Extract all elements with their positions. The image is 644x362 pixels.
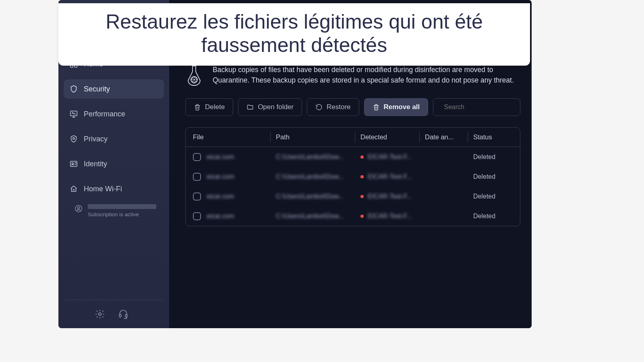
svg-rect-12 xyxy=(119,314,121,317)
quarantine-table: File Path Detected Date an... Status eic… xyxy=(185,127,520,226)
svg-rect-13 xyxy=(125,314,127,317)
toolbar: Delete Open folder Restore Remove all xyxy=(185,98,520,116)
remove-all-button[interactable]: Remove all xyxy=(364,98,429,116)
info-text: Backup copies of files that have been de… xyxy=(213,64,520,86)
settings-button[interactable] xyxy=(95,309,105,319)
svg-rect-6 xyxy=(70,161,77,167)
cell-detected: EICAR-Test-F... xyxy=(368,173,412,180)
shield-icon xyxy=(69,85,78,93)
quarantine-flask-icon xyxy=(185,64,203,86)
sidebar-item-label: Home Wi-Fi xyxy=(84,185,122,193)
row-checkbox[interactable] xyxy=(193,153,201,161)
overlay-banner: Restaurez les fichiers légitimes qui ont… xyxy=(58,3,530,66)
table-row[interactable]: eicar.com C:\Users\Lambot\Dow... EICAR-T… xyxy=(186,147,520,167)
cell-path: C:\Users\Lambot\Dow... xyxy=(276,153,344,160)
row-checkbox[interactable] xyxy=(193,212,201,220)
cell-path: C:\Users\Lambot\Dow... xyxy=(276,193,344,200)
headset-icon xyxy=(118,309,128,319)
col-path[interactable]: Path xyxy=(270,128,355,147)
user-icon xyxy=(74,204,83,213)
cell-detected: EICAR-Test-F... xyxy=(368,153,412,161)
open-folder-button[interactable]: Open folder xyxy=(238,98,302,116)
sidebar-item-identity[interactable]: Identity xyxy=(64,154,164,174)
support-button[interactable] xyxy=(118,309,128,319)
cell-status: Deleted xyxy=(468,148,516,166)
restore-icon xyxy=(315,103,323,111)
cell-status: Deleted xyxy=(468,187,516,206)
cell-status: Deleted xyxy=(468,207,516,225)
cell-path: C:\Users\Lambot\Dow... xyxy=(276,173,344,180)
cell-status: Deleted xyxy=(468,168,516,186)
svg-rect-4 xyxy=(70,111,77,116)
cell-date xyxy=(419,211,468,222)
svg-point-11 xyxy=(99,313,101,316)
nav-list: Home Security Performance xyxy=(58,54,169,300)
home-wifi-icon xyxy=(69,184,78,193)
trash-icon xyxy=(373,103,380,111)
threat-dot-icon xyxy=(360,215,364,218)
button-label: Restore xyxy=(327,103,351,111)
sidebar-item-homewifi[interactable]: Home Wi-Fi xyxy=(64,179,164,199)
col-date[interactable]: Date an... xyxy=(419,128,468,147)
sidebar-item-performance[interactable]: Performance xyxy=(64,104,164,124)
privacy-shield-icon xyxy=(69,134,78,143)
svg-point-5 xyxy=(73,138,75,140)
cell-path: C:\Users\Lambot\Dow... xyxy=(276,213,344,219)
table-header: File Path Detected Date an... Status xyxy=(186,128,520,147)
search-box[interactable] xyxy=(433,98,520,116)
table-row[interactable]: eicar.com C:\Users\Lambot\Dow... EICAR-T… xyxy=(186,206,520,226)
button-label: Remove all xyxy=(384,103,420,111)
col-detected[interactable]: Detected xyxy=(355,128,419,147)
account-block[interactable]: Subscription is active xyxy=(64,204,164,217)
svg-point-10 xyxy=(77,207,80,209)
account-name-redacted xyxy=(88,204,156,209)
search-input[interactable] xyxy=(444,103,524,111)
delete-button[interactable]: Delete xyxy=(185,98,233,116)
restore-button[interactable]: Restore xyxy=(307,98,359,116)
svg-point-9 xyxy=(75,205,82,212)
gear-icon xyxy=(95,309,105,319)
cell-file: eicar.com xyxy=(207,213,234,220)
info-row: Backup copies of files that have been de… xyxy=(185,64,520,86)
cell-detected: EICAR-Test-F... xyxy=(368,213,412,220)
banner-title: Restaurez les fichiers légitimes qui ont… xyxy=(75,10,514,57)
cell-date xyxy=(419,191,468,202)
subscription-status: Subscription is active xyxy=(88,211,156,217)
cell-file: eicar.com xyxy=(207,153,234,161)
cell-date xyxy=(419,151,468,163)
table-row[interactable]: eicar.com C:\Users\Lambot\Dow... EICAR-T… xyxy=(186,186,520,206)
col-status[interactable]: Status xyxy=(468,128,516,147)
threat-dot-icon xyxy=(360,175,364,178)
folder-icon xyxy=(246,103,254,111)
sidebar-footer xyxy=(58,300,169,328)
sidebar-item-label: Identity xyxy=(84,160,107,168)
row-checkbox[interactable] xyxy=(193,173,201,181)
svg-point-15 xyxy=(193,79,195,81)
sidebar-item-privacy[interactable]: Privacy xyxy=(64,129,164,149)
id-card-icon xyxy=(69,159,78,168)
col-file[interactable]: File xyxy=(186,128,270,147)
sidebar-item-label: Performance xyxy=(84,110,125,118)
trash-icon xyxy=(194,103,201,111)
monitor-icon xyxy=(69,110,78,118)
threat-dot-icon xyxy=(360,155,364,159)
cell-file: eicar.com xyxy=(207,193,234,200)
cell-file: eicar.com xyxy=(207,173,234,180)
sidebar-item-security[interactable]: Security xyxy=(64,79,164,99)
table-row[interactable]: eicar.com C:\Users\Lambot\Dow... EICAR-T… xyxy=(186,167,520,186)
sidebar-item-label: Security xyxy=(84,85,110,93)
svg-point-8 xyxy=(73,190,74,191)
svg-point-7 xyxy=(72,163,73,164)
cell-detected: EICAR-Test-F... xyxy=(368,193,412,200)
threat-dot-icon xyxy=(360,195,364,198)
sidebar-item-label: Privacy xyxy=(84,135,108,143)
button-label: Delete xyxy=(205,103,225,111)
cell-date xyxy=(419,171,468,182)
button-label: Open folder xyxy=(258,103,294,111)
row-checkbox[interactable] xyxy=(193,192,201,201)
